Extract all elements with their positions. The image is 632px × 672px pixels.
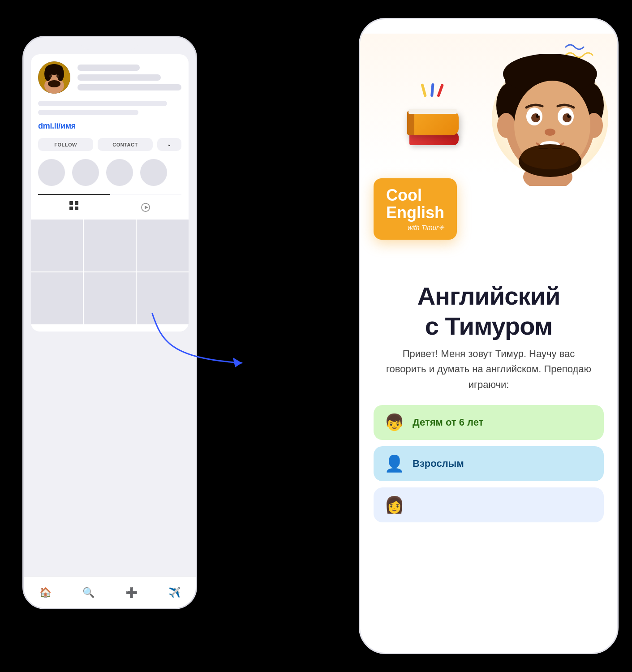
right-phone: Cool English with Timur✳ Английский с Ти… (359, 18, 619, 654)
book-illustration (387, 69, 477, 159)
svg-point-5 (57, 67, 64, 81)
svg-rect-9 (69, 201, 73, 205)
story-circle-3[interactable] (106, 159, 133, 186)
right-content: Cool English with Timur✳ Английский с Ти… (360, 34, 617, 529)
spark-blue (430, 83, 434, 97)
svg-point-22 (497, 113, 515, 138)
dmi-link[interactable]: dmi.li/имя (38, 121, 181, 131)
story-circle-1[interactable] (38, 159, 65, 186)
svg-point-7 (49, 75, 52, 78)
svg-point-8 (56, 75, 59, 78)
spark-yellow (421, 83, 427, 97)
svg-rect-10 (75, 201, 78, 205)
grid-cell-5 (84, 272, 136, 324)
svg-rect-11 (69, 207, 73, 210)
subtitle: Привет! Меня зовут Тимур. Научу вас гово… (360, 346, 617, 405)
nav-add-icon[interactable]: ➕ (125, 587, 138, 599)
title-line2: с Тимуром (425, 312, 552, 340)
info-line-2 (77, 74, 161, 81)
book-stack (405, 100, 459, 145)
grid-cell-1 (31, 220, 83, 271)
profile-top (38, 61, 181, 94)
left-bottom-nav: 🏠 🔍 ➕ ✈️ (24, 577, 196, 608)
hero-section: Cool English with Timur✳ (360, 34, 617, 267)
card-adults-text: Взрослым (413, 458, 464, 470)
svg-point-32 (569, 114, 571, 116)
card-adults-emoji: 👤 (384, 454, 404, 473)
nav-home-icon[interactable]: 🏠 (39, 587, 52, 599)
tab-grid[interactable] (38, 194, 110, 215)
info-line-3 (77, 84, 181, 90)
grid-cell-4 (31, 272, 83, 324)
left-phone-notch (81, 37, 139, 50)
label-english: English (386, 204, 444, 222)
svg-point-31 (538, 114, 540, 116)
right-phone-notch (455, 19, 522, 34)
svg-marker-14 (145, 206, 148, 209)
svg-point-33 (545, 129, 555, 136)
card-extra-emoji: 👩 (384, 495, 404, 514)
main-title: Английский с Тимуром (417, 281, 560, 341)
tab-bar (38, 194, 181, 215)
card-children-text: Детям от 6 лет (413, 417, 483, 428)
grid-cell-3 (137, 220, 189, 271)
main-title-container: Английский с Тимуром (400, 267, 578, 346)
spark-red (437, 84, 444, 97)
nav-send-icon[interactable]: ✈️ (168, 587, 181, 599)
follow-button[interactable]: FOLLOW (38, 138, 93, 151)
label-with-timur: with Timur✳ (386, 224, 444, 232)
svg-point-4 (44, 67, 52, 81)
nav-search-icon[interactable]: 🔍 (82, 587, 95, 599)
arrow-container (134, 305, 260, 385)
avatar (38, 61, 70, 94)
contact-button[interactable]: CONTACT (98, 138, 153, 151)
bio-line-2 (38, 110, 138, 115)
label-cool: Cool (386, 186, 444, 204)
story-circle-2[interactable] (72, 159, 99, 186)
scene: dmi.li/имя FOLLOW CONTACT ⌄ (0, 0, 632, 672)
svg-marker-15 (233, 358, 242, 367)
svg-point-36 (521, 144, 579, 169)
title-line1: Английский (417, 282, 560, 310)
bio-line-1 (38, 101, 167, 106)
story-circles (38, 159, 181, 186)
left-phone-inner: dmi.li/имя FOLLOW CONTACT ⌄ (31, 54, 189, 332)
tab-reels[interactable] (110, 200, 181, 215)
story-circle-4[interactable] (140, 159, 167, 186)
card-extra[interactable]: 👩 (374, 487, 604, 522)
more-button[interactable]: ⌄ (157, 138, 181, 151)
grid-cell-2 (84, 220, 136, 271)
svg-point-6 (48, 80, 60, 87)
card-children[interactable]: 👦 Детям от 6 лет (374, 405, 604, 440)
card-adults[interactable]: 👤 Взрослым (374, 446, 604, 481)
bio-lines (38, 101, 181, 115)
memoji-face (483, 52, 608, 195)
info-line-1 (77, 65, 140, 71)
svg-rect-12 (75, 207, 78, 210)
card-children-emoji: 👦 (384, 413, 404, 432)
label-box: Cool English with Timur✳ (374, 178, 457, 240)
profile-info (77, 65, 181, 90)
action-buttons: FOLLOW CONTACT ⌄ (38, 138, 181, 151)
